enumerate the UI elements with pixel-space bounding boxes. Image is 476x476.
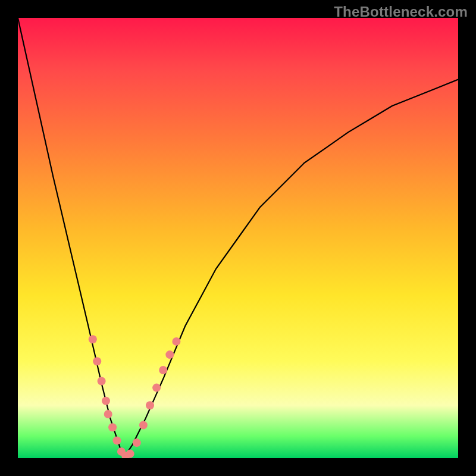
scatter-group (89, 335, 181, 458)
scatter-dot (89, 335, 97, 343)
watermark-text: TheBottleneck.com (334, 4, 468, 20)
scatter-dot (172, 337, 180, 346)
scatter-dot (165, 350, 174, 359)
scatter-dot (133, 439, 141, 447)
scatter-dot (102, 397, 110, 405)
scatter-dot (113, 436, 121, 444)
left-branch-curve (18, 18, 124, 458)
scatter-dot (126, 450, 134, 458)
chart-frame: TheBottleneck.com (0, 0, 476, 476)
scatter-dot (159, 366, 167, 374)
chart-plot-area (18, 18, 458, 458)
scatter-dot (152, 384, 161, 392)
scatter-dot (93, 357, 101, 365)
scatter-dot (146, 401, 154, 409)
scatter-dot (139, 421, 148, 430)
scatter-dot (98, 377, 106, 386)
right-branch-curve (124, 80, 458, 458)
scatter-dot (108, 423, 117, 431)
chart-svg (18, 18, 458, 458)
scatter-dot (104, 410, 112, 418)
curve-group (18, 18, 458, 458)
